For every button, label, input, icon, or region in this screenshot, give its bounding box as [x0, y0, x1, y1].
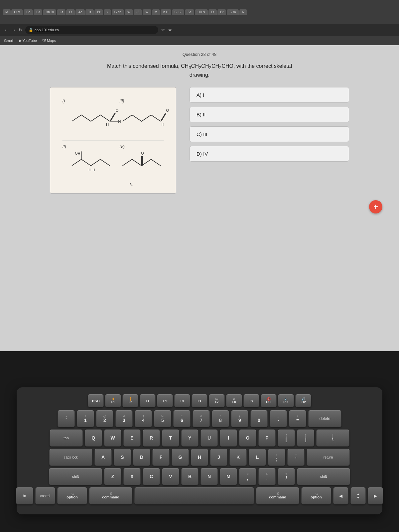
key-f2[interactable]: 🔆F2 [122, 394, 138, 407]
browser-tab[interactable]: (8 [134, 9, 142, 15]
key-bracket-open[interactable]: {[ [278, 429, 295, 447]
key-backslash[interactable]: |\ [316, 429, 349, 447]
key-option-right[interactable]: ⌥ option [301, 487, 331, 504]
key-arrow-up-down[interactable]: ▲▼ [350, 487, 366, 504]
key-f[interactable]: F [152, 449, 170, 466]
address-bar[interactable]: 🔒 app.101edu.co [25, 26, 158, 34]
browser-tab[interactable]: Ct [66, 9, 75, 15]
browser-tab[interactable]: Br [94, 9, 103, 15]
key-quote[interactable]: "' [287, 449, 305, 466]
key-o[interactable]: O [239, 429, 256, 447]
key-s[interactable]: S [114, 449, 131, 466]
key-arrow-left[interactable]: ◀ [333, 487, 348, 504]
bookmark-button[interactable]: ☆ [161, 27, 165, 33]
key-f3[interactable]: F3 [140, 394, 156, 407]
key-k[interactable]: K [229, 449, 247, 466]
browser-tab[interactable]: Sc [185, 9, 194, 15]
key-fn[interactable]: fn [16, 487, 33, 504]
browser-tab[interactable]: U0 N [195, 9, 208, 15]
answer-c-button[interactable]: C) III [190, 126, 349, 142]
key-t[interactable]: T [162, 429, 179, 447]
key-y[interactable]: Y [181, 429, 199, 447]
key-delete[interactable]: delete [308, 410, 341, 427]
key-w[interactable]: W [104, 429, 121, 447]
key-6[interactable]: ^6 [173, 410, 191, 427]
browser-tab[interactable]: M [3, 9, 11, 15]
key-a[interactable]: A [94, 449, 112, 466]
key-esc[interactable]: esc [88, 394, 104, 407]
key-equals[interactable]: += [289, 410, 306, 427]
key-slash[interactable]: ?/ [278, 468, 295, 485]
key-semicolon[interactable]: :; [268, 449, 285, 466]
answer-d-button[interactable]: D) IV [190, 146, 349, 162]
back-button[interactable]: ← [4, 27, 9, 33]
key-j[interactable]: J [210, 449, 227, 466]
key-4[interactable]: $4 [135, 410, 152, 427]
reload-button[interactable]: ↻ [19, 27, 23, 33]
key-f10[interactable]: 🔇F10 [261, 394, 277, 407]
browser-tab[interactable]: Ct [34, 9, 42, 15]
plus-button[interactable]: + [369, 200, 382, 213]
key-backtick[interactable]: ~` [58, 410, 75, 427]
bookmark-maps[interactable]: 🗺 Maps [42, 39, 56, 43]
key-2[interactable]: @2 [96, 410, 113, 427]
key-n[interactable]: N [200, 468, 218, 485]
key-9[interactable]: (9 [231, 410, 248, 427]
bookmark-youtube[interactable]: ▶ YouTube [19, 39, 37, 43]
key-1[interactable]: !1 [77, 410, 94, 427]
key-5[interactable]: %5 [154, 410, 171, 427]
key-p[interactable]: P [258, 429, 276, 447]
key-bracket-close[interactable]: }] [297, 429, 314, 447]
browser-tab[interactable]: × [104, 9, 111, 15]
key-f6[interactable]: F6 [192, 394, 207, 407]
browser-tab[interactable]: G ra [227, 9, 238, 15]
browser-tab[interactable]: b H [161, 9, 171, 15]
key-arrow-right[interactable]: ▶ [368, 487, 383, 504]
browser-tab[interactable]: R [239, 9, 247, 15]
key-command-left[interactable]: ⌘ command [89, 487, 132, 504]
bookmark-gmail[interactable]: Gmail [4, 39, 14, 43]
key-r[interactable]: R [143, 429, 160, 447]
browser-tab[interactable]: W [125, 9, 133, 15]
key-shift-right[interactable]: shift [297, 468, 350, 485]
key-option-left[interactable]: ⌥ option [57, 487, 87, 504]
browser-tab[interactable]: G dc [112, 9, 124, 15]
browser-tab[interactable]: Tt [85, 9, 94, 15]
answer-b-button[interactable]: B) II [190, 107, 349, 122]
key-tab[interactable]: tab [50, 429, 83, 447]
browser-tab[interactable]: Ct [57, 9, 66, 15]
star-button[interactable]: ★ [168, 27, 172, 33]
key-8[interactable]: *8 [212, 410, 229, 427]
key-d[interactable]: D [133, 449, 150, 466]
key-v[interactable]: V [162, 468, 179, 485]
key-u[interactable]: U [200, 429, 218, 447]
browser-tab[interactable]: Et [208, 9, 217, 15]
browser-tab[interactable]: Cc [24, 9, 33, 15]
browser-tab[interactable]: G 17 [172, 9, 185, 15]
browser-tab[interactable]: O M [11, 9, 23, 15]
key-b[interactable]: B [181, 468, 199, 485]
browser-tab[interactable]: W [143, 9, 151, 15]
browser-tab[interactable]: Br [217, 9, 226, 15]
browser-tab[interactable]: Ac [75, 9, 85, 15]
key-period[interactable]: >. [258, 468, 276, 485]
key-f11[interactable]: 🔉F11 [278, 394, 294, 407]
key-f9[interactable]: F9 [243, 394, 259, 407]
key-m[interactable]: M [220, 468, 237, 485]
key-3[interactable]: #3 [115, 410, 133, 427]
key-f5[interactable]: F5 [174, 394, 190, 407]
key-g[interactable]: G [172, 449, 189, 466]
key-h[interactable]: H [191, 449, 208, 466]
key-e[interactable]: E [123, 429, 141, 447]
key-7[interactable]: &7 [193, 410, 210, 427]
forward-button[interactable]: → [11, 27, 16, 33]
key-x[interactable]: X [123, 468, 141, 485]
answer-a-button[interactable]: A) I [190, 87, 349, 103]
key-0[interactable]: )0 [250, 410, 268, 427]
key-c[interactable]: C [143, 468, 160, 485]
key-minus[interactable]: _- [270, 410, 287, 427]
key-q[interactable]: Q [85, 429, 102, 447]
browser-tab[interactable]: M [152, 9, 160, 15]
key-i[interactable]: I [220, 429, 237, 447]
key-space[interactable] [134, 487, 254, 504]
